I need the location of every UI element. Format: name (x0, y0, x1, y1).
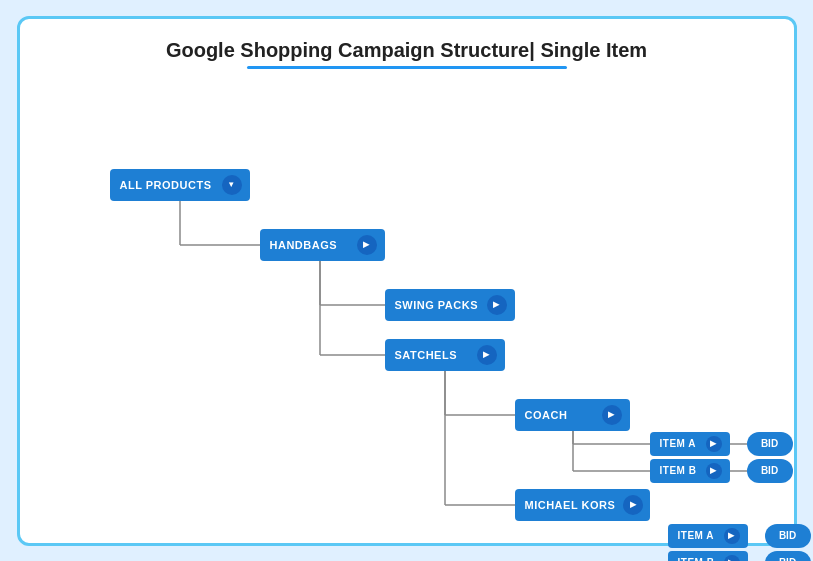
mk-bid-a: BID (765, 524, 811, 548)
coach-item-a-arrow-icon (706, 436, 722, 452)
handbags-arrow-icon (357, 235, 377, 255)
node-swing-packs: SWING PACKS (385, 289, 515, 321)
coach-bid-a: BID (747, 432, 793, 456)
mk-item-b-arrow-icon (724, 555, 740, 562)
node-handbags: HANDBAGS (260, 229, 385, 261)
node-michael-kors: MICHAEL KORS (515, 489, 650, 521)
michael-kors-arrow-icon (623, 495, 643, 515)
coach-bid-b: BID (747, 459, 793, 483)
node-mk-item-a: ITEM A (668, 524, 748, 548)
title-underline (247, 66, 567, 69)
swing-packs-arrow-icon (487, 295, 507, 315)
mk-bid-b: BID (765, 551, 811, 562)
page-title: Google Shopping Campaign Structure| Sing… (50, 39, 764, 62)
all-products-arrow-icon (222, 175, 242, 195)
node-mk-item-b: ITEM B (668, 551, 748, 562)
satchels-arrow-icon (477, 345, 497, 365)
node-coach: COACH (515, 399, 630, 431)
node-coach-item-b: ITEM B (650, 459, 730, 483)
node-satchels: SATCHELS (385, 339, 505, 371)
coach-item-b-arrow-icon (706, 463, 722, 479)
node-all-products: ALL PRODUCTS (110, 169, 250, 201)
node-coach-item-a: ITEM A (650, 432, 730, 456)
diagram: ALL PRODUCTS HANDBAGS SWING PACKS SATCHE… (50, 89, 764, 509)
card: Google Shopping Campaign Structure| Sing… (17, 16, 797, 546)
coach-arrow-icon (602, 405, 622, 425)
mk-item-a-arrow-icon (724, 528, 740, 544)
